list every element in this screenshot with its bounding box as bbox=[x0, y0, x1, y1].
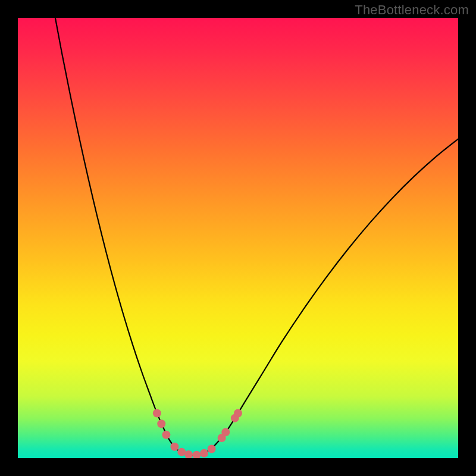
bottleneck-curve-layer bbox=[18, 18, 458, 458]
curve-marker bbox=[200, 449, 208, 458]
curve-marker bbox=[153, 409, 161, 418]
bottleneck-curve bbox=[55, 18, 458, 455]
plot-area bbox=[18, 18, 458, 458]
curve-markers bbox=[153, 409, 242, 458]
curve-marker bbox=[162, 431, 170, 439]
curve-marker bbox=[157, 419, 165, 428]
curve-marker bbox=[221, 428, 230, 436]
curve-marker bbox=[170, 443, 178, 451]
curve-marker bbox=[192, 451, 201, 458]
chart-frame: TheBottleneck.com bbox=[0, 0, 476, 476]
curve-marker bbox=[234, 409, 242, 418]
curve-marker bbox=[208, 444, 216, 453]
watermark-text: TheBottleneck.com bbox=[355, 2, 469, 18]
